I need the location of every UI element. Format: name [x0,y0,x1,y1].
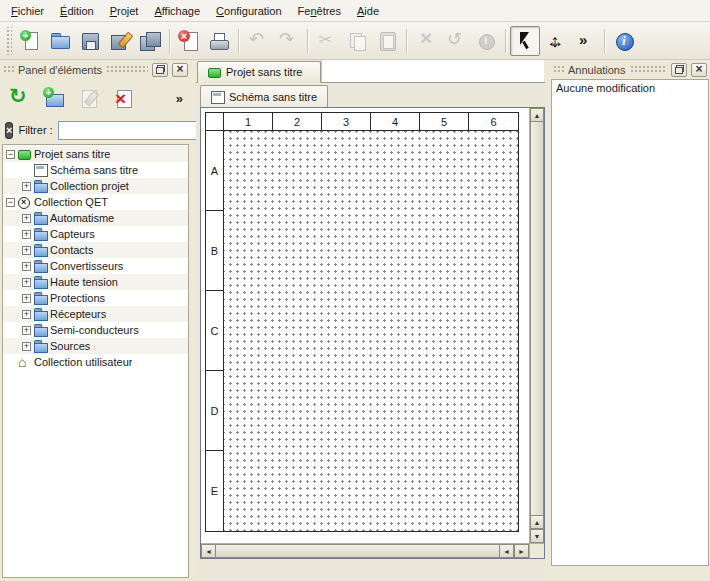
scroll-up-button[interactable] [530,515,544,529]
schema-icon [211,91,224,103]
save-button[interactable] [75,26,105,56]
move-icon [544,30,566,52]
tree-item-collection-utilisateur[interactable]: Collection utilisateur [3,354,188,370]
toolbar-separator [501,27,510,55]
tree-item-sources[interactable]: +Sources [3,338,188,354]
tree-item-semi-conducteurs[interactable]: +Semi-conducteurs [3,322,188,338]
redo-button [273,26,303,56]
elements-panel: Panel d'éléments » Filtrer : −Projet san… [0,60,191,581]
panel-toolbar: » [0,79,191,117]
expand-icon[interactable]: + [22,342,31,351]
float-panel-button[interactable] [152,63,168,77]
clear-filter-button[interactable] [5,122,13,139]
scroll-up-button[interactable] [530,108,544,122]
column-header-6: 6 [469,113,518,131]
horizontal-scrollbar[interactable] [201,543,529,558]
print-button[interactable] [204,26,234,56]
tree-item-collection-qet[interactable]: −Collection QET [3,194,188,210]
undo-list-item[interactable]: Aucune modification [553,81,707,95]
panel-toolbar-buttons [4,83,139,113]
new-element-button[interactable] [39,83,69,113]
close-panel-button[interactable] [172,63,188,77]
expand-icon[interactable]: + [22,326,31,335]
vertical-scrollbar[interactable] [529,108,544,543]
save-all-button[interactable] [135,26,165,56]
expand-icon[interactable]: + [22,230,31,239]
project-tab-bar: Projet sans titre [196,60,545,83]
collapse-icon[interactable]: − [6,198,15,207]
expand-icon[interactable]: + [22,182,31,191]
menu-item-fichier[interactable]: Fichier [3,2,52,20]
menu-item-configuration[interactable]: Configuration [208,2,289,20]
expand-icon[interactable]: + [22,214,31,223]
expand-icon[interactable]: + [22,310,31,319]
row-header-a: A [206,131,224,211]
open-project-button[interactable] [45,26,75,56]
select-mode-button[interactable] [510,26,540,56]
cut-icon [316,30,338,52]
menu-bar: FichierÉditionProjetAffichageConfigurati… [0,0,710,22]
menu-item-fenetres[interactable]: Fenêtres [290,2,349,20]
scroll-right-button[interactable] [514,544,529,558]
filter-input[interactable] [58,121,208,140]
expand-icon[interactable]: + [22,294,31,303]
horizontal-scrollbar-thumb[interactable] [215,544,500,558]
diagram-grid[interactable] [224,131,518,531]
toolbar-separator [600,27,609,55]
scroll-down-button[interactable] [530,529,544,543]
undo-panel-header[interactable]: Annulations [550,60,710,79]
tree-item-haute-tension[interactable]: +Haute tension [3,274,188,290]
edit-element-icon [78,87,100,109]
scroll-left-button[interactable] [499,544,514,558]
folder-icon [34,244,47,256]
reload-collections-button[interactable] [4,83,34,113]
new-project-button[interactable] [15,26,45,56]
tree-item-convertisseurs[interactable]: +Convertisseurs [3,258,188,274]
tree-item-label: Collection utilisateur [34,356,132,368]
expand-icon[interactable]: + [22,278,31,287]
close-panel-button[interactable] [691,63,707,77]
menu-item-edition[interactable]: Édition [52,2,102,20]
delete-selection-button [411,26,441,56]
project-tab[interactable]: Projet sans titre [197,61,321,83]
close-project-button[interactable] [174,26,204,56]
panel-toolbar-extension-button[interactable]: » [172,91,187,106]
tree-item-projet-sans-titre[interactable]: −Projet sans titre [3,146,188,162]
column-header-3: 3 [322,113,371,131]
tree-item-label: Semi-conducteurs [50,324,139,336]
tree-item-capteurs[interactable]: +Capteurs [3,226,188,242]
vertical-scrollbar-thumb[interactable] [530,121,544,516]
menu-item-affichage[interactable]: Affichage [146,2,208,20]
tree-item-automatisme[interactable]: +Automatisme [3,210,188,226]
tree-item-recepteurs[interactable]: +Récepteurs [3,306,188,322]
tree-item-collection-projet[interactable]: +Collection projet [3,178,188,194]
about-button[interactable] [609,26,639,56]
redo-icon [277,30,299,52]
diagram-canvas[interactable]: 123456 ABCDE [201,108,529,543]
tree-item-label: Collection projet [50,180,129,192]
save-as-button[interactable] [105,26,135,56]
schema-tab-label: Schéma sans titre [229,91,317,103]
pan-mode-button[interactable] [540,26,570,56]
tree-item-protections[interactable]: +Protections [3,290,188,306]
toolbar-handle[interactable] [5,27,12,55]
expand-icon[interactable]: + [22,246,31,255]
toolbar-extension-button[interactable] [570,26,600,56]
delete-element-button[interactable] [109,83,139,113]
toolbar-separator [165,27,174,55]
expand-icon[interactable]: + [22,262,31,271]
copy-icon [346,30,368,52]
menu-item-projet[interactable]: Projet [102,2,147,20]
schema-tab[interactable]: Schéma sans titre [200,85,328,107]
elements-panel-header[interactable]: Panel d'éléments [0,60,191,79]
float-panel-button[interactable] [671,63,687,77]
tree-item-contacts[interactable]: +Contacts [3,242,188,258]
qet-icon [18,196,31,208]
tree-item-schema-sans-titre[interactable]: Schéma sans titre [3,162,188,178]
scroll-left-button[interactable] [201,544,216,558]
collapse-icon[interactable]: − [6,150,15,159]
dock-grip [630,65,668,74]
main-area: Panel d'éléments » Filtrer : −Projet san… [0,60,710,581]
menu-item-aide[interactable]: Aide [349,2,387,20]
tree-item-label: Convertisseurs [50,260,123,272]
